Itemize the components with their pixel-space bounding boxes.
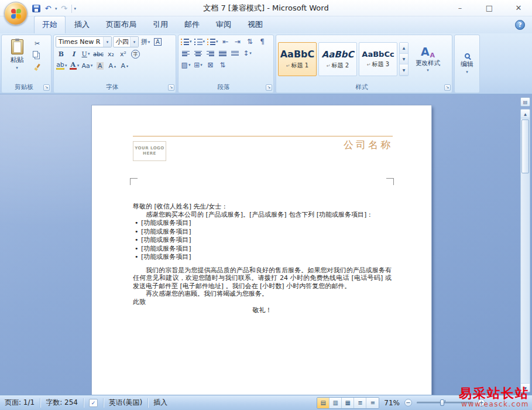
feature-list: [功能或服务项目] [功能或服务项目] [功能或服务项目] [功能或服务项目] … — [133, 219, 392, 262]
underline-button[interactable]: U▾ — [80, 49, 91, 59]
customize-qat-button[interactable]: ▾ — [74, 6, 77, 11]
cut-button[interactable]: ✂ — [32, 38, 43, 49]
title-bar: 文档 7 [兼容模式] - Microsoft Word – □ ✕ — [0, 0, 532, 16]
phonetic-guide-button[interactable]: 拼▾ — [140, 37, 151, 47]
web-layout-view-button[interactable]: ▦ — [342, 398, 354, 408]
enclose-characters-button[interactable]: 字 — [130, 49, 141, 59]
bullets-button[interactable]: ▾ — [180, 36, 193, 47]
word-count[interactable]: 字数: 254 — [46, 398, 78, 408]
help-button[interactable]: ? — [515, 20, 525, 30]
increase-indent-button[interactable]: ⇥ — [232, 36, 243, 47]
change-case-button[interactable]: Aa▾ — [81, 60, 94, 71]
tab-page-layout[interactable]: 页面布局 — [98, 16, 144, 33]
view-mode-buttons: ▤ ▥ ▦ ≣ ≡ — [317, 397, 379, 409]
font-color-button[interactable]: A ▾ — [69, 60, 80, 71]
grow-font-button[interactable]: A▴ — [107, 60, 118, 71]
font-dialog-launcher[interactable]: ↘ — [168, 84, 174, 91]
tab-home[interactable]: 开始 — [34, 16, 66, 33]
save-button[interactable] — [32, 4, 41, 13]
format-painter-button[interactable] — [32, 62, 43, 72]
document-workspace: YOUR LOGO HERE 公司名称 尊敬的 [收信人姓名] 先生/女士： 感… — [0, 94, 532, 395]
body-paragraph-1: 我们的宗旨是为您提供高品质的产品和良好的售后服务。如果您对我们的产品或服务有任何… — [133, 266, 392, 291]
tab-review[interactable]: 审阅 — [208, 16, 239, 33]
body-paragraph-2: 再次感谢您的惠顾。我们将竭诚为您服务。 — [133, 290, 392, 298]
zoom-slider-thumb[interactable] — [440, 399, 444, 406]
line-spacing-button[interactable]: ↕▾ — [242, 48, 253, 59]
paragraph-dialog-launcher[interactable]: ↘ — [266, 84, 272, 91]
editing-group[interactable]: 编辑 ▾ — [454, 35, 480, 93]
gallery-more-button[interactable]: ▼ — [400, 64, 408, 76]
spell-check-icon[interactable]: ✓ — [89, 399, 98, 407]
page-indicator[interactable]: 页面: 1/1 — [5, 398, 35, 408]
styles-dialog-launcher[interactable]: ↘ — [444, 84, 451, 91]
tab-mailings[interactable]: 邮件 — [177, 16, 207, 33]
bold-button[interactable]: B — [56, 49, 67, 59]
tab-insert[interactable]: 插入 — [67, 16, 97, 33]
font-name-combo[interactable]: Times New R ▾ — [56, 36, 112, 47]
justify-button[interactable] — [217, 48, 228, 59]
address-corner-mark-left — [130, 178, 138, 185]
character-border-button[interactable]: A — [152, 37, 163, 47]
draft-view-button[interactable]: ≡ — [366, 398, 379, 408]
style-heading1[interactable]: AaBbC ↵标题 1 — [278, 42, 317, 76]
align-left-button[interactable] — [180, 48, 191, 59]
change-styles-button[interactable]: AA 更改样式 ▾ — [411, 46, 445, 73]
highlight-color-bar — [56, 68, 64, 70]
outline-view-button[interactable]: ≣ — [354, 398, 366, 408]
tab-references[interactable]: 引用 — [145, 16, 176, 33]
scrollbar-track[interactable]: ▲ ▼ — [520, 109, 530, 392]
qat-separator — [71, 5, 72, 13]
fullscreen-reading-view-button[interactable]: ▥ — [330, 398, 342, 408]
text-highlight-button[interactable]: ab ▾ — [56, 60, 68, 71]
decrease-indent-button[interactable]: ⇤ — [220, 36, 231, 47]
zoom-level[interactable]: 71% — [384, 399, 400, 407]
print-layout-view-button[interactable]: ▤ — [317, 398, 330, 408]
borders-button[interactable]: ⊞▾ — [193, 60, 204, 70]
distribute-button[interactable] — [229, 48, 241, 59]
show-hide-paragraph-button[interactable]: ¶ — [257, 36, 268, 47]
style-heading2[interactable]: AaBbC ↵标题 2 — [318, 42, 357, 76]
close-button[interactable]: ✕ — [512, 2, 525, 13]
subscript-button[interactable]: x₂ — [105, 49, 116, 59]
office-button[interactable] — [4, 2, 28, 25]
asian-layout-button[interactable]: ⊠ — [205, 60, 216, 70]
tab-view[interactable]: 视图 — [240, 16, 270, 33]
redo-button[interactable]: ↷ — [60, 4, 69, 13]
scroll-up-arrow[interactable]: ▲ — [521, 110, 530, 118]
strikethrough-button[interactable]: abc — [92, 49, 104, 59]
style-heading3[interactable]: AaBbCc ↵标题 3 — [359, 42, 397, 76]
align-right-button[interactable] — [205, 48, 216, 59]
paste-button[interactable]: 粘贴 ▾ — [4, 36, 30, 82]
ruler-toggle-button[interactable]: ▤ — [520, 97, 530, 107]
company-name: 公司名称 — [344, 138, 393, 152]
copy-button[interactable] — [32, 50, 43, 60]
font-size-combo[interactable]: 小四 ▾ — [113, 36, 139, 47]
multilevel-list-button[interactable]: ▾ — [207, 36, 219, 47]
minimize-button[interactable]: – — [454, 2, 466, 13]
shrink-font-button[interactable]: A▾ — [119, 60, 130, 71]
insert-mode-indicator[interactable]: 插入 — [153, 398, 167, 408]
sort-az-button[interactable]: ⇅ — [217, 60, 228, 70]
language-indicator[interactable]: 英语(美国) — [109, 398, 142, 408]
chevron-down-icon: ▾ — [130, 37, 138, 47]
numbering-button[interactable]: ▾ — [194, 36, 206, 47]
justify-icon — [219, 50, 226, 57]
clipboard-dialog-launcher[interactable]: ↘ — [43, 84, 50, 91]
multilevel-list-icon — [207, 38, 215, 45]
scrollbar-thumb[interactable] — [521, 119, 529, 173]
watermark-url: www.easck.com — [459, 401, 529, 409]
sort-button[interactable]: ⇅ — [245, 36, 256, 47]
maximize-button[interactable]: □ — [483, 2, 496, 13]
gallery-scroll-up[interactable]: ▲ — [400, 43, 408, 54]
italic-button[interactable]: I — [68, 49, 79, 59]
shading-button[interactable]: ▨▾ — [180, 60, 191, 70]
align-center-button[interactable] — [193, 48, 204, 59]
undo-button[interactable]: ↶ — [43, 4, 53, 13]
character-shading-button[interactable]: A — [94, 60, 105, 71]
zoom-out-button[interactable]: − — [404, 399, 412, 406]
gallery-scroll-down[interactable]: ▼ — [400, 54, 408, 65]
undo-dropdown-icon[interactable]: ▾ — [55, 6, 57, 11]
superscript-button[interactable]: x² — [118, 49, 129, 59]
list-item: [功能或服务项目] — [133, 236, 392, 245]
document-page[interactable]: YOUR LOGO HERE 公司名称 尊敬的 [收信人姓名] 先生/女士： 感… — [92, 105, 431, 395]
